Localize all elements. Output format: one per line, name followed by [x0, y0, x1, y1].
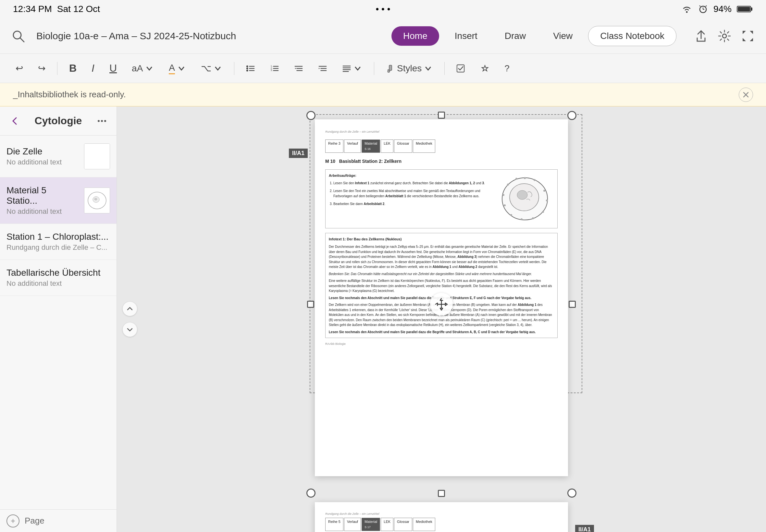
add-page-button[interactable]: + Page: [0, 509, 116, 532]
chevron-down-icon-nav: [126, 326, 133, 333]
handle-tl[interactable]: [306, 111, 315, 120]
toolbar-divider-1: [57, 62, 57, 75]
numbered-list-button[interactable]: 1. 2. 3.: [264, 61, 285, 76]
nav-down-arrow[interactable]: [123, 322, 137, 337]
sidebar-item-subtitle-2: No additional text: [6, 207, 79, 216]
settings-button[interactable]: [716, 28, 733, 44]
svg-line-5: [706, 6, 707, 6]
star-button[interactable]: [475, 61, 495, 76]
status-bar: 12:34 PM Sat 12 Oct • • • 94%: [0, 0, 766, 18]
indent-icon: [318, 64, 327, 73]
move-icon: [434, 297, 449, 311]
header-cell-verlauf1: Verlauf: [344, 139, 361, 153]
gear-icon: [717, 29, 732, 43]
status-bar-center: • • •: [376, 4, 391, 14]
document-title: Biologie 10a-e – Ama – SJ 2024-25-Notizb…: [36, 30, 382, 42]
svg-point-38: [98, 120, 100, 122]
toolbar-divider-3: [374, 62, 374, 75]
chevron-left-icon: [10, 116, 19, 126]
sidebar-items: Die Zelle No additional text Material 5 …: [0, 136, 116, 509]
outdent-icon: [294, 64, 303, 73]
sidebar-back-button[interactable]: [6, 113, 23, 129]
sidebar-item-station-1[interactable]: Station 1 – Chloroplast:... Rundgang dur…: [0, 224, 116, 260]
svg-point-14: [246, 67, 248, 69]
close-icon: [742, 91, 749, 98]
share-button[interactable]: [693, 28, 710, 44]
sidebar-more-button[interactable]: [94, 113, 110, 129]
handle-tr[interactable]: [567, 111, 577, 120]
more-format-button[interactable]: [336, 61, 368, 76]
svg-point-46: [534, 179, 536, 181]
bottom-header-mediothek: Mediothek: [413, 518, 435, 531]
infobox-title: Infotext 1: Der Bau des Zellkerns (Nukle…: [329, 236, 554, 242]
checkbox-button[interactable]: [451, 61, 471, 76]
svg-point-11: [723, 34, 726, 38]
tab-insert[interactable]: Insert: [443, 26, 489, 46]
add-page-label: Page: [25, 516, 44, 526]
bullet-list-button[interactable]: [240, 61, 261, 76]
header-cell-lek1: LEK: [381, 139, 394, 153]
tab-draw[interactable]: Draw: [493, 26, 538, 46]
doc-infobox: Infotext 1: Der Bau des Zellkerns (Nukle…: [325, 233, 558, 338]
redo-button[interactable]: ↪: [32, 60, 51, 77]
doc-page-bottom: II/A1 Rundgang durch die Zelle – ein Ler…: [315, 502, 568, 532]
handle-mr[interactable]: [569, 301, 576, 308]
content-area: II/A1 Rundgang durch die Zelle – ein Ler…: [117, 106, 766, 532]
italic-button[interactable]: I: [86, 59, 100, 78]
svg-point-12: [246, 65, 248, 67]
toolbar-divider-4: [444, 62, 445, 75]
font-color-button[interactable]: A: [163, 59, 192, 78]
battery-icon: [737, 5, 753, 14]
date-display: Sat 12 Oct: [57, 4, 100, 14]
svg-point-55: [507, 184, 509, 186]
undo-button[interactable]: ↩: [10, 60, 29, 77]
chevron-down-icon-4: [353, 64, 362, 73]
sidebar-thumbnail-1: [84, 143, 110, 169]
help-button[interactable]: ?: [499, 60, 516, 77]
move-cursor[interactable]: [430, 293, 453, 316]
svg-point-58: [517, 190, 528, 199]
notification-text: _Inhaltsbibliothek is read-only.: [13, 90, 126, 100]
more-format-icon: [342, 64, 351, 73]
font-size-button[interactable]: aA: [126, 60, 160, 77]
underline-button[interactable]: U: [103, 59, 123, 78]
star-icon: [480, 64, 490, 73]
notification-close-button[interactable]: [739, 88, 753, 102]
sidebar-item-tabellarische[interactable]: Tabellarische Übersicht No additional te…: [0, 260, 116, 296]
sidebar-item-title-2: Material 5 Statio...: [6, 185, 79, 206]
tab-class-notebook[interactable]: Class Notebook: [588, 26, 676, 46]
handle-tm[interactable]: [438, 112, 445, 119]
notification-bar: _Inhaltsbibliothek is read-only.: [0, 83, 766, 106]
add-page-icon: +: [6, 514, 19, 527]
tab-view[interactable]: View: [541, 26, 584, 46]
sidebar-item-die-zelle[interactable]: Die Zelle No additional text: [0, 136, 116, 177]
handle-bm[interactable]: [438, 490, 445, 497]
sidebar-section-title: Cytologie: [23, 115, 94, 127]
sidebar-item-subtitle-1: No additional text: [6, 158, 79, 166]
sidebar-item-material-5[interactable]: Material 5 Statio... No additional text: [0, 177, 116, 224]
handle-bl[interactable]: [306, 489, 315, 498]
handle-ml[interactable]: [307, 301, 314, 308]
tasks-list: Lesen Sie den Infotext 1 zunächst einmal…: [333, 181, 492, 207]
header-cell-reihe3: Reihe 3: [325, 139, 343, 153]
header-cell-mediothek1: Mediothek: [413, 139, 435, 153]
format-button[interactable]: ⌥: [195, 60, 228, 77]
nav-up-arrow[interactable]: [123, 302, 137, 316]
title-bar: Biologie 10a-e – Ama – SJ 2024-25-Notizb…: [0, 18, 766, 54]
bottom-header-verlauf: Verlauf: [344, 518, 361, 531]
header-cells-bottom: Reihe 5 Verlauf MaterialS 17 LEK Glossar…: [325, 518, 558, 531]
handle-br[interactable]: [567, 489, 577, 498]
expand-button[interactable]: [739, 28, 756, 44]
styles-button[interactable]: Styles: [380, 60, 439, 77]
header-cell-material: MaterialS 16: [361, 139, 380, 153]
chevron-up-icon: [126, 305, 133, 312]
search-button[interactable]: [10, 28, 27, 44]
checkbox-icon: [456, 64, 466, 73]
tab-home[interactable]: Home: [392, 26, 439, 46]
bottom-header-glossar: Glossar: [394, 518, 412, 531]
svg-point-43: [94, 198, 97, 200]
outdent-button[interactable]: [288, 61, 309, 76]
bold-button[interactable]: B: [63, 59, 82, 78]
svg-text:3.: 3.: [271, 69, 273, 72]
indent-button[interactable]: [312, 61, 333, 76]
